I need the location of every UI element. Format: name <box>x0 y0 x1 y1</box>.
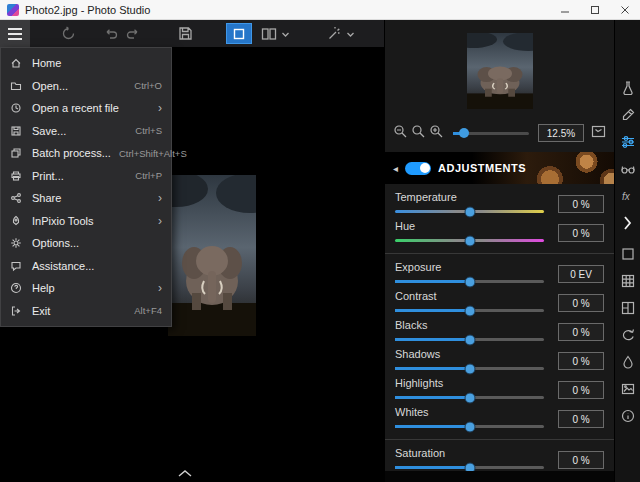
contrast-slider[interactable] <box>395 309 544 312</box>
retouch-dropdown[interactable] <box>346 25 355 43</box>
saturation-slider[interactable] <box>395 466 544 469</box>
shadows-slider[interactable] <box>395 367 544 370</box>
save-button[interactable] <box>175 20 196 47</box>
blacks-slider[interactable] <box>395 338 544 341</box>
collage-icon[interactable] <box>620 300 636 316</box>
menu-item-open-recent[interactable]: Open a recent file <box>1 97 171 120</box>
gear-icon <box>10 237 24 249</box>
folder-open-icon <box>10 80 24 92</box>
history-button[interactable] <box>58 20 79 47</box>
slider-knob[interactable] <box>464 206 475 217</box>
slider-row-highlights: Highlights 0 % <box>395 376 604 405</box>
slider-knob[interactable] <box>464 334 475 345</box>
submenu-arrow-icon <box>150 191 162 205</box>
menu-item-options[interactable]: Options... <box>1 232 171 255</box>
zoom-100-icon <box>411 124 426 139</box>
hue-slider[interactable] <box>395 239 544 242</box>
filmstrip-expand-button[interactable] <box>178 463 192 481</box>
hamburger-menu-button[interactable] <box>0 20 30 47</box>
crop-icon[interactable] <box>620 246 636 262</box>
photo-studio-window: Photo2.jpg - Photo Studio <box>0 0 640 482</box>
close-button[interactable] <box>610 0 640 19</box>
menu-item-share[interactable]: Share <box>1 187 171 210</box>
navigator[interactable] <box>385 20 614 120</box>
menu-item-shortcut: Ctrl+O <box>126 80 162 91</box>
whites-value-field[interactable]: 0 % <box>558 410 604 428</box>
next-section-banner[interactable] <box>385 471 614 482</box>
slider-row-hue: Hue 0 % <box>395 219 604 248</box>
split-view-button[interactable] <box>258 20 280 47</box>
menu-item-batch-process[interactable]: Batch process... Ctrl+Shift+Alt+S <box>1 142 171 165</box>
redo-button[interactable] <box>122 20 143 47</box>
info-icon[interactable] <box>620 408 636 424</box>
whites-slider[interactable] <box>395 425 544 428</box>
slider-label: Contrast <box>395 290 437 302</box>
menu-item-print[interactable]: Print... Ctrl+P <box>1 165 171 188</box>
split-view-dropdown[interactable] <box>281 25 290 43</box>
adjustments-toggle[interactable] <box>405 162 431 175</box>
eraser-icon[interactable] <box>620 107 636 123</box>
zoom-slider[interactable] <box>453 132 529 135</box>
panel-collapse-handle[interactable] <box>623 215 632 235</box>
slider-knob[interactable] <box>464 421 475 432</box>
menu-item-assistance[interactable]: Assistance... <box>1 255 171 278</box>
slider-knob[interactable] <box>464 305 475 316</box>
maximize-button[interactable] <box>580 0 610 19</box>
zoom-value-field[interactable]: 12.5% <box>538 124 584 142</box>
menu-item-help[interactable]: Help <box>1 277 171 300</box>
photo-frame-icon[interactable] <box>620 381 636 397</box>
slider-row-blacks: Blacks 0 % <box>395 318 604 347</box>
temperature-value-field[interactable]: 0 % <box>558 195 604 213</box>
slider-knob[interactable] <box>464 276 475 287</box>
fit-screen-button[interactable] <box>591 124 606 142</box>
slider-knob[interactable] <box>464 363 475 374</box>
highlights-slider[interactable] <box>395 396 544 399</box>
menu-item-label: Exit <box>32 305 50 317</box>
highlights-value-field[interactable]: 0 % <box>558 381 604 399</box>
rotate-icon[interactable] <box>620 327 636 343</box>
zoom-in-button[interactable] <box>429 124 444 143</box>
menu-item-home[interactable]: Home <box>1 52 171 75</box>
slider-row-temperature: Temperature 0 % <box>395 190 604 219</box>
saturation-value-field[interactable]: 0 % <box>558 451 604 469</box>
menu-item-label: Batch process... <box>32 147 111 159</box>
menu-item-exit[interactable]: Exit Alt+F4 <box>1 300 171 323</box>
zoom-out-button[interactable] <box>393 124 408 143</box>
minimize-button[interactable] <box>550 0 580 19</box>
menu-item-shortcut: Ctrl+P <box>127 170 162 181</box>
slider-label: Blacks <box>395 319 427 331</box>
single-view-button[interactable] <box>226 23 252 44</box>
zoom-100-button[interactable] <box>411 124 426 143</box>
slider-label: Shadows <box>395 348 440 360</box>
hue-value-field[interactable]: 0 % <box>558 224 604 242</box>
temperature-slider[interactable] <box>395 210 544 213</box>
retouch-wand-button[interactable] <box>324 20 345 47</box>
slider-knob[interactable] <box>464 392 475 403</box>
shadows-value-field[interactable]: 0 % <box>558 352 604 370</box>
split-view-icon <box>261 27 277 41</box>
contrast-value-field[interactable]: 0 % <box>558 294 604 312</box>
slider-row-contrast: Contrast 0 % <box>395 289 604 318</box>
menu-item-save[interactable]: Save... Ctrl+S <box>1 120 171 143</box>
adjustments-panel-icon[interactable] <box>620 134 636 150</box>
undo-button[interactable] <box>101 20 122 47</box>
submenu-arrow-icon <box>150 214 162 228</box>
navigator-thumbnail[interactable] <box>467 33 533 109</box>
glasses-icon[interactable] <box>620 161 636 177</box>
fx-icon[interactable]: fx <box>620 188 636 204</box>
menu-item-shortcut: Ctrl+Shift+Alt+S <box>111 148 187 159</box>
effects-flask-icon[interactable] <box>620 80 636 96</box>
collapse-arrow-icon[interactable]: ◂ <box>393 163 398 174</box>
adjustments-banner[interactable]: ◂ ADJUSTMENTS <box>385 152 614 184</box>
exposure-value-field[interactable]: 0 EV <box>558 265 604 283</box>
slider-knob[interactable] <box>464 235 475 246</box>
zoom-slider-knob[interactable] <box>459 128 469 138</box>
save-icon <box>10 125 24 137</box>
grid-icon[interactable] <box>620 273 636 289</box>
droplet-icon[interactable] <box>620 354 636 370</box>
blacks-value-field[interactable]: 0 % <box>558 323 604 341</box>
menu-item-open[interactable]: Open... Ctrl+O <box>1 75 171 98</box>
zoom-controls: 12.5% <box>385 120 614 146</box>
exposure-slider[interactable] <box>395 280 544 283</box>
menu-item-inpixio-tools[interactable]: InPixio Tools <box>1 210 171 233</box>
